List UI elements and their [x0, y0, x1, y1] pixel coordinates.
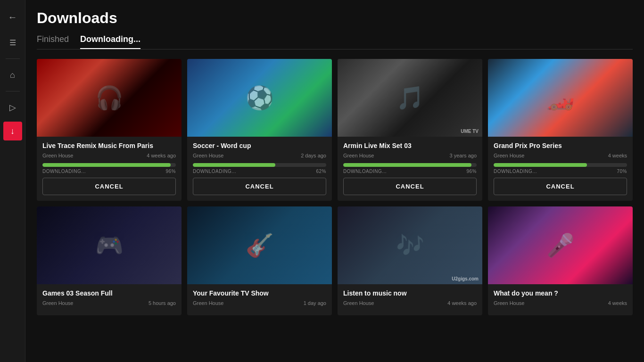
- sidebar-divider-2: [6, 91, 20, 91]
- progress-pct: 96%: [165, 169, 176, 174]
- card-info: Armin Live Mix Set 03 Green House 3 year…: [338, 137, 482, 201]
- card-info: Games 03 Season Full Green House 5 hours…: [37, 284, 182, 315]
- card-channel: Green House: [42, 300, 73, 306]
- progress-pct: 70%: [617, 169, 627, 174]
- card-thumbnail: 🎧: [37, 59, 182, 137]
- progress-container: DOWNLOADING... 96%: [42, 163, 176, 174]
- play-button[interactable]: ▷: [3, 98, 22, 117]
- cancel-button[interactable]: CANCEL: [343, 178, 477, 195]
- card-thumbnail: ⚽: [187, 59, 332, 137]
- thumb-inner: 🎧: [37, 59, 182, 137]
- back-button[interactable]: ←: [3, 8, 22, 26]
- card-time: 4 weeks: [608, 153, 627, 158]
- sidebar-divider: [6, 58, 20, 59]
- thumb-inner: 🎤: [488, 206, 633, 284]
- card-channel: Green House: [343, 300, 374, 306]
- thumb-icon: ⚽: [246, 85, 274, 111]
- progress-container: DOWNLOADING... 96%: [343, 163, 477, 174]
- downloading-card-3[interactable]: 🎵 UME TV Armin Live Mix Set 03 Green Hou…: [338, 59, 482, 201]
- progress-container: DOWNLOADING... 70%: [494, 163, 627, 174]
- card-meta: Green House 5 hours ago: [42, 300, 176, 306]
- tab-finished[interactable]: Finished: [37, 34, 69, 49]
- download-button[interactable]: ↓: [3, 122, 22, 140]
- progress-label: DOWNLOADING... 70%: [494, 169, 627, 174]
- cancel-button[interactable]: CANCEL: [494, 178, 627, 195]
- card-info: Listen to music now Green House 4 weeks …: [338, 284, 482, 315]
- progress-bar-bg: [42, 163, 176, 167]
- progress-bar-fill: [494, 163, 587, 167]
- progress-container: DOWNLOADING... 62%: [193, 163, 326, 174]
- card-thumbnail: 🎤: [488, 206, 633, 284]
- card-channel: Green House: [494, 153, 524, 158]
- card-meta: Green House 4 weeks ago: [343, 300, 477, 306]
- card-channel: Green House: [42, 153, 73, 158]
- card-thumbnail: 🎮: [37, 206, 182, 284]
- thumb-icon: 🎤: [546, 232, 575, 259]
- card-thumbnail: 🎵 UME TV: [338, 59, 482, 137]
- thumb-icon: 🎸: [246, 232, 274, 259]
- main-content: Downloads Finished Downloading... 🎧 Live…: [25, 0, 644, 362]
- thumb-icon: 🎮: [95, 232, 124, 259]
- progress-status: DOWNLOADING...: [494, 169, 537, 174]
- watermark: U2gigs.com: [452, 276, 479, 281]
- card-thumbnail: 🎶 U2gigs.com: [338, 206, 482, 284]
- thumb-icon: 🎵: [396, 85, 424, 111]
- card-time: 1 day ago: [304, 300, 326, 306]
- card-channel: Green House: [494, 300, 524, 306]
- downloading-grid: 🎧 Live Trace Remix Music From Paris Gree…: [37, 59, 633, 201]
- cancel-button[interactable]: CANCEL: [193, 178, 326, 195]
- downloading-card-2[interactable]: ⚽ Soccer - Word cup Green House 2 days a…: [187, 59, 332, 201]
- card-info: What do you mean ? Green House 4 weeks: [488, 284, 633, 315]
- card-title: Soccer - Word cup: [193, 141, 326, 150]
- card-time: 3 years ago: [450, 153, 477, 158]
- progress-bar-bg: [343, 163, 477, 167]
- card-time: 2 days ago: [301, 153, 326, 158]
- thumb-icon: 🏎️: [546, 85, 575, 111]
- bottom-card-7[interactable]: 🎶 U2gigs.com Listen to music now Green H…: [338, 206, 482, 315]
- card-thumbnail: 🎸: [187, 206, 332, 284]
- progress-bar-fill: [42, 163, 171, 167]
- card-meta: Green House 3 years ago: [343, 153, 477, 158]
- card-title: Listen to music now: [343, 289, 477, 297]
- thumb-inner: 🏎️: [488, 59, 633, 137]
- card-title: Armin Live Mix Set 03: [343, 141, 477, 150]
- card-title: Games 03 Season Full: [42, 289, 176, 297]
- cancel-button[interactable]: CANCEL: [42, 178, 176, 195]
- card-channel: Green House: [193, 153, 223, 158]
- home-button[interactable]: ⌂: [3, 66, 22, 84]
- card-meta: Green House 4 weeks: [494, 153, 627, 158]
- card-info: Your Favourite TV Show Green House 1 day…: [187, 284, 332, 315]
- thumb-inner: ⚽: [187, 59, 332, 137]
- bottom-card-5[interactable]: 🎮 Games 03 Season Full Green House 5 hou…: [37, 206, 182, 315]
- tab-downloading[interactable]: Downloading...: [80, 34, 140, 49]
- progress-status: DOWNLOADING...: [42, 169, 86, 174]
- progress-bar-fill: [343, 163, 471, 167]
- thumb-icon: 🎶: [396, 232, 424, 259]
- card-info: Soccer - Word cup Green House 2 days ago…: [187, 137, 332, 201]
- card-meta: Green House 1 day ago: [193, 300, 326, 306]
- thumb-inner: 🎶 U2gigs.com: [338, 206, 482, 284]
- thumb-inner: 🎵 UME TV: [338, 59, 482, 137]
- card-time: 4 weeks: [608, 300, 627, 306]
- progress-label: DOWNLOADING... 62%: [193, 169, 326, 174]
- thumb-inner: 🎮: [37, 206, 182, 284]
- page-title: Downloads: [37, 9, 633, 27]
- bottom-card-8[interactable]: 🎤 What do you mean ? Green House 4 weeks: [488, 206, 633, 315]
- progress-label: DOWNLOADING... 96%: [343, 169, 477, 174]
- progress-pct: 62%: [316, 169, 326, 174]
- sidebar: ← ☰ ⌂ ▷ ↓: [0, 0, 25, 362]
- thumb-inner: 🎸: [187, 206, 332, 284]
- thumb-icon: 🎧: [95, 85, 124, 111]
- downloading-card-1[interactable]: 🎧 Live Trace Remix Music From Paris Gree…: [37, 59, 182, 201]
- card-meta: Green House 4 weeks ago: [42, 153, 176, 158]
- card-title: Live Trace Remix Music From Paris: [42, 141, 176, 150]
- downloading-card-4[interactable]: 🏎️ Grand Prix Pro Series Green House 4 w…: [488, 59, 633, 201]
- progress-pct: 96%: [466, 169, 477, 174]
- card-time: 4 weeks ago: [147, 153, 176, 158]
- card-meta: Green House 2 days ago: [193, 153, 326, 158]
- card-channel: Green House: [343, 153, 374, 158]
- bottom-card-6[interactable]: 🎸 Your Favourite TV Show Green House 1 d…: [187, 206, 332, 315]
- card-title: Your Favourite TV Show: [193, 289, 326, 297]
- tabs: Finished Downloading...: [37, 34, 633, 49]
- menu-button[interactable]: ☰: [3, 33, 22, 52]
